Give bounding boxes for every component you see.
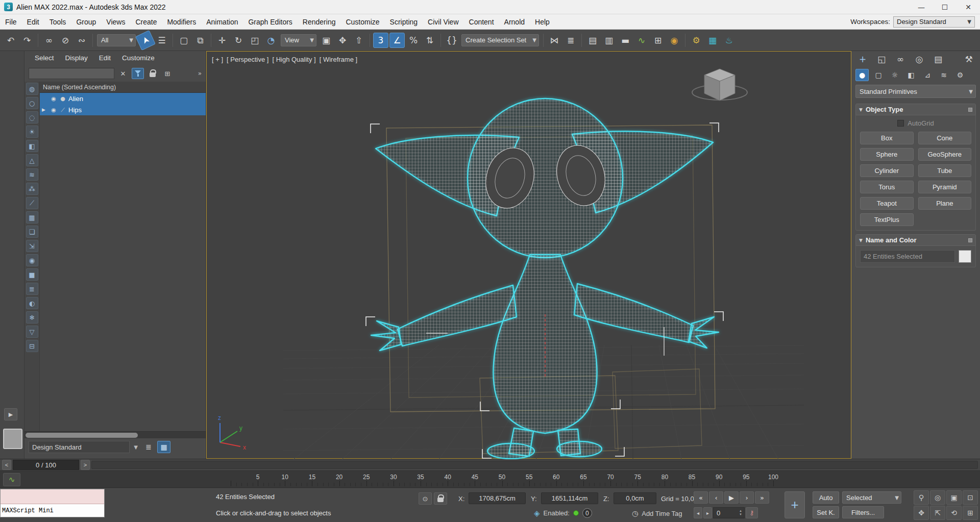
align-icon[interactable]: ≣ — [563, 33, 578, 48]
explorer-horizontal-scrollbar[interactable] — [24, 431, 206, 438]
explorer-menu-display[interactable]: Display — [60, 51, 93, 65]
tab-modify[interactable]: ◱ — [874, 53, 889, 66]
snaps-toggle-3d-icon[interactable]: 3 — [373, 33, 388, 48]
menu-modifiers[interactable]: Modifiers — [162, 14, 201, 30]
autogrid-checkbox[interactable] — [897, 120, 904, 127]
walk-through-icon[interactable]: ⇱ — [930, 506, 945, 520]
visibility-eye-icon[interactable]: ◉ — [50, 107, 57, 113]
key-selection-dropdown[interactable]: Selected ▼ — [842, 491, 901, 504]
display-helpers-icon[interactable]: △ — [26, 154, 38, 166]
category-lights-icon[interactable]: ☼ — [888, 69, 901, 81]
menu-file[interactable]: File — [0, 14, 22, 30]
keyboard-shortcut-override-icon[interactable]: ⇧ — [351, 33, 366, 48]
create-torus-button[interactable]: Torus — [860, 181, 914, 193]
category-systems-icon[interactable]: ⚙ — [953, 69, 967, 81]
layer-dropdown-arrow-icon[interactable]: ▼ — [132, 441, 140, 453]
named-selection-set-dropdown[interactable]: Create Selection Set▼ — [461, 34, 539, 46]
object-name-field[interactable]: 42 Entities Selected — [860, 250, 955, 263]
display-particle-systems-icon[interactable]: ⁂ — [26, 183, 38, 195]
tab-display[interactable]: ▤ — [931, 53, 945, 66]
menu-rendering[interactable]: Rendering — [298, 14, 341, 30]
viewport-menu-general[interactable]: [ + ] — [212, 56, 223, 63]
isolate-selection-icon[interactable]: ⊙ — [419, 492, 432, 505]
lock-explorer-icon[interactable] — [146, 68, 159, 79]
display-geometry-icon[interactable]: ○ — [26, 97, 38, 109]
filter-combinations-icon[interactable]: ▽ — [26, 326, 38, 338]
render-setup-icon[interactable]: ⚙ — [689, 33, 704, 48]
select-and-rotate-icon[interactable]: ↻ — [231, 33, 246, 48]
material-editor-icon[interactable]: ◉ — [667, 33, 682, 48]
select-and-link-icon[interactable]: ∞ — [41, 33, 57, 48]
category-cameras-icon[interactable]: ◧ — [904, 69, 918, 81]
rectangular-selection-region-icon[interactable]: ▢ — [176, 33, 191, 48]
tab-utilities[interactable]: ⚒ — [962, 53, 976, 66]
scene-explorer-grid-icon[interactable]: ▦ — [157, 441, 170, 453]
pan-icon[interactable]: ✥ — [914, 506, 929, 520]
tab-motion[interactable]: ◎ — [912, 53, 926, 66]
category-shapes-icon[interactable]: ▢ — [872, 69, 885, 81]
advanced-filter-icon[interactable]: ⊟ — [26, 340, 38, 352]
view-cube[interactable] — [692, 69, 747, 101]
viewport-menu-pov[interactable]: [ Perspective ] — [227, 56, 268, 63]
primitive-category-dropdown[interactable]: Standard Primitives ▼ — [855, 85, 976, 98]
list-item[interactable]: ▶◉⟋Hips — [40, 104, 206, 115]
select-by-name-icon[interactable]: ☰ — [154, 33, 169, 48]
select-and-move-icon[interactable]: ✛ — [214, 33, 230, 48]
filter-funnel-icon[interactable] — [132, 68, 144, 79]
next-frame-arrow-button[interactable]: > — [81, 460, 90, 470]
create-cylinder-button[interactable]: Cylinder — [860, 164, 914, 177]
schematic-view-icon[interactable]: ⊞ — [650, 33, 666, 48]
next-frame-button[interactable]: › — [740, 491, 754, 504]
minimize-button[interactable]: — — [910, 0, 933, 14]
go-to-end-button[interactable]: » — [755, 491, 769, 504]
create-teapot-button[interactable]: Teapot — [860, 197, 914, 210]
track-bar[interactable]: ∿ 51015202530354045505560657075808590951… — [0, 471, 980, 488]
viewport-menu-quality[interactable]: [ High Quality ] — [272, 56, 315, 63]
select-and-manipulate-icon[interactable]: ✥ — [335, 33, 350, 48]
selection-filter-dropdown[interactable]: All▼ — [97, 34, 136, 46]
explorer-search-input[interactable] — [29, 68, 114, 79]
undo-icon[interactable]: ↶ — [3, 33, 18, 48]
explorer-column-header[interactable]: Name (Sorted Ascending) — [40, 82, 206, 93]
menu-civil-view[interactable]: Civil View — [423, 14, 463, 30]
zoom-icon[interactable]: ⚲ — [914, 490, 929, 505]
reference-coordinate-system-dropdown[interactable]: View▼ — [281, 34, 316, 46]
category-helpers-icon[interactable]: ⊿ — [921, 69, 934, 81]
create-textplus-button[interactable]: TextPlus — [860, 213, 914, 226]
auto-key-button[interactable]: Auto — [813, 491, 839, 504]
security-count-badge[interactable]: 0 — [582, 508, 592, 518]
set-keys-button[interactable]: + — [785, 491, 805, 518]
layer-list-icon[interactable]: ≣ — [142, 441, 155, 453]
render-production-icon[interactable]: ♨ — [721, 33, 737, 48]
create-plane-button[interactable]: Plane — [918, 197, 972, 210]
selection-lock-icon[interactable] — [434, 492, 447, 505]
workspace-dropdown[interactable]: Design Standard ▼ — [893, 16, 975, 28]
previous-key-button[interactable]: ◂ — [694, 507, 702, 518]
display-lights-icon[interactable]: ☀ — [26, 126, 38, 138]
previous-frame-arrow-button[interactable]: < — [2, 460, 11, 470]
name-and-color-rollout-header[interactable]: ▼ Name and Color — [855, 234, 976, 246]
create-pyramid-button[interactable]: Pyramid — [918, 181, 972, 193]
category-geometry-icon[interactable]: ● — [855, 69, 869, 81]
time-slider-handle[interactable]: 0 / 100 — [13, 460, 79, 470]
scrollbar-thumb[interactable] — [26, 433, 138, 438]
play-button[interactable]: ▶ — [724, 491, 739, 504]
menu-group[interactable]: Group — [71, 14, 101, 30]
close-button[interactable]: ✕ — [957, 0, 980, 14]
zoom-region-icon[interactable]: ⊡ — [963, 490, 978, 505]
frame-spinner[interactable]: ▲▼ — [738, 508, 744, 517]
display-bones-icon[interactable]: ⟋ — [26, 197, 38, 209]
viewport[interactable]: [ + ] [ Perspective ] [ High Quality ] [… — [206, 51, 851, 459]
bind-to-space-warp-icon[interactable]: ∾ — [74, 33, 89, 48]
zoom-extents-icon[interactable]: ▣ — [946, 490, 962, 505]
z-coordinate-field[interactable]: 0,0cm — [614, 492, 656, 504]
create-cone-button[interactable]: Cone — [918, 132, 972, 144]
curve-editor-icon[interactable]: ∿ — [634, 33, 649, 48]
viewport-canvas[interactable]: x y z — [207, 52, 852, 459]
category-space-warps-icon[interactable]: ≋ — [937, 69, 950, 81]
go-to-start-button[interactable]: « — [694, 491, 708, 504]
display-cameras-icon[interactable]: ◧ — [26, 140, 38, 152]
toggle-ribbon-icon[interactable]: ▬ — [618, 33, 633, 48]
display-influences-icon[interactable]: ◍ — [26, 83, 38, 95]
next-key-button[interactable]: ▸ — [703, 507, 712, 518]
